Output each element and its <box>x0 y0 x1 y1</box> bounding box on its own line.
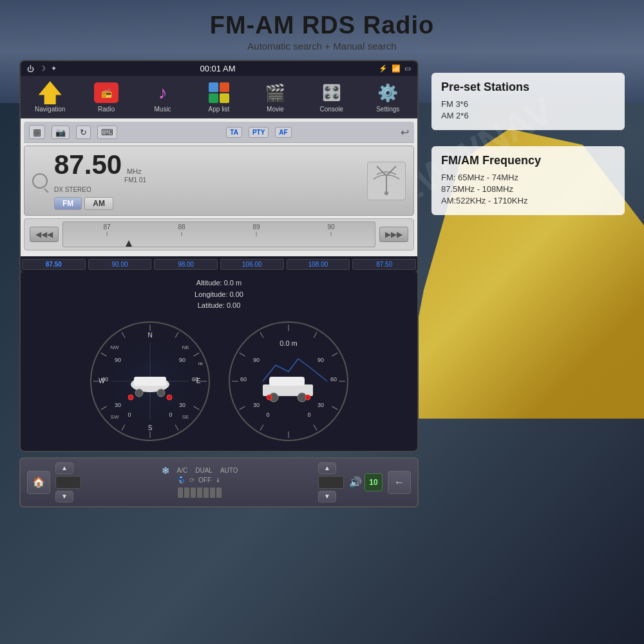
temp-right-up-button[interactable]: ▲ <box>318 462 336 474</box>
vent-6 <box>210 488 215 498</box>
navigation-label: Navigation <box>35 106 65 113</box>
preset-stations-section: Pre-set Stations FM 3*6 AM 2*6 <box>431 73 625 130</box>
app-item-music[interactable]: ♪ Music <box>135 79 191 115</box>
radio-label: Radio <box>98 106 115 113</box>
moon-icon[interactable]: ☽ <box>39 64 46 73</box>
vent-7 <box>216 488 222 498</box>
fm-am-buttons: FM AM <box>54 197 361 210</box>
freq-unit: MHz <box>127 167 146 175</box>
rotate-button[interactable]: ↻ <box>76 126 91 139</box>
right-gauge: 90 90 60 60 30 30 0 0 0.0 m <box>224 317 353 446</box>
temp-down-button[interactable]: ▼ <box>55 491 73 502</box>
settings-icon: ⚙️ <box>377 83 398 103</box>
radio-content: ▦ 📷 ↻ ⌨ TA PTY AF ↩ <box>21 118 417 256</box>
right-gauge-svg: 90 90 60 60 30 30 0 0 0.0 m <box>224 317 353 446</box>
camera-button[interactable]: 📷 <box>52 126 70 139</box>
power-icon[interactable]: ⏻ <box>27 65 34 73</box>
frequency-section: FM/AM Frequency FM: 65MHz - 74MHz 87.5MH… <box>431 146 625 215</box>
movie-label: Movie <box>267 106 284 113</box>
app-item-radio[interactable]: 📻 Radio <box>78 79 134 115</box>
svg-text:m: m <box>198 361 203 366</box>
skip-back-button[interactable]: ◀◀◀ <box>30 227 59 242</box>
svg-line-1 <box>377 166 386 176</box>
preset-5[interactable]: 108.00 <box>287 259 350 270</box>
vent-3 <box>191 488 196 498</box>
home-button[interactable]: 🏠 <box>27 471 50 494</box>
gauges-section: Altitude: 0.0 m Longitude: 0.00 Latitude… <box>19 272 419 452</box>
back-button[interactable]: ↩ <box>401 126 409 138</box>
ta-button[interactable]: TA <box>226 127 242 138</box>
main-layout: ⏻ ☽ ✦ 00:01 AM ⚡ 📶 ▭ <box>19 60 625 507</box>
svg-point-69 <box>267 395 272 400</box>
music-icon: ♪ <box>158 82 167 103</box>
movie-icon: 🎬 <box>265 83 285 103</box>
app-item-console[interactable]: 🎛️ Console <box>303 79 359 115</box>
am-button[interactable]: AM <box>84 197 113 210</box>
wifi-icon: 📶 <box>392 64 401 73</box>
tuner-area: ◀◀◀ 87 88 89 90 ▶▶▶ <box>24 218 414 251</box>
temp-right-down-button[interactable]: ▼ <box>318 491 336 502</box>
vent-4 <box>197 488 202 498</box>
scale-89: 89 <box>252 222 260 236</box>
preset-6[interactable]: 87.50 <box>352 259 416 270</box>
window-icon: ▭ <box>404 64 411 73</box>
freq-meta: MHz FM1 01 <box>124 167 146 184</box>
back-home-button[interactable]: ← <box>388 471 411 494</box>
keyboard-button[interactable]: ⌨ <box>97 126 117 139</box>
svg-point-70 <box>305 395 310 400</box>
svg-text:0: 0 <box>266 412 269 418</box>
af-button[interactable]: AF <box>275 127 291 138</box>
temp-up-button[interactable]: ▲ <box>55 462 73 474</box>
freq-item-2: 87.5MHz - 108MHz <box>441 184 615 194</box>
pty-button[interactable]: PTY <box>249 127 269 138</box>
status-left: ⏻ ☽ ✦ <box>27 64 57 73</box>
svg-point-39 <box>157 389 165 397</box>
frequency-value: 87.50 <box>54 151 122 178</box>
console-icon: 🎛️ <box>322 84 341 102</box>
skip-forward-button[interactable]: ▶▶▶ <box>379 227 408 242</box>
navigation-icon <box>39 81 62 104</box>
fan-icon: ⟳ <box>189 477 194 484</box>
svg-text:30: 30 <box>114 402 120 408</box>
settings-label: Settings <box>376 106 399 113</box>
applist-label: App list <box>209 106 230 113</box>
search-icon <box>32 173 48 189</box>
svg-text:60: 60 <box>191 376 198 383</box>
seat-icon: 💺 <box>178 477 185 484</box>
vent-5 <box>204 488 209 498</box>
svg-text:N: N <box>147 332 152 339</box>
preset-3[interactable]: 98.00 <box>154 259 218 270</box>
title-section: FM-AM RDS Radio Automatic search + Manua… <box>210 0 435 52</box>
device-screen: ⏻ ☽ ✦ 00:01 AM ⚡ 📶 ▭ <box>19 60 419 274</box>
svg-text:60: 60 <box>101 376 108 383</box>
antenna-icon <box>367 162 406 200</box>
movie-icon-wrapper: 🎬 <box>262 81 288 104</box>
latitude-value: Latitude: 0.00 <box>26 300 412 312</box>
app-item-movie[interactable]: 🎬 Movie <box>247 79 303 115</box>
svg-text:0.0 m: 0.0 m <box>279 339 298 347</box>
svg-text:30: 30 <box>178 402 185 408</box>
preset-1[interactable]: 87.50 <box>22 259 86 270</box>
volume-value: 10 <box>365 473 383 491</box>
climate-labels: ❄️ A/C DUAL AUTO <box>162 467 238 474</box>
svg-point-3 <box>384 191 388 195</box>
radio-toolbar: ▦ 📷 ↻ ⌨ TA PTY AF ↩ <box>24 122 414 143</box>
volume-icon: 🔊 <box>349 476 362 488</box>
app-item-applist[interactable]: App list <box>191 79 247 115</box>
app-item-navigation[interactable]: Navigation <box>22 79 78 115</box>
preset-2[interactable]: 90.00 <box>88 259 152 270</box>
svg-text:NE: NE <box>182 345 189 350</box>
app-item-settings[interactable]: ⚙️ Settings <box>360 79 416 115</box>
equalizer-button[interactable]: ▦ <box>29 125 45 139</box>
fm-button[interactable]: FM <box>54 197 82 210</box>
svg-text:SE: SE <box>182 414 189 420</box>
temp-left-controls: ▲ ▼ <box>55 462 81 502</box>
freq-item-3: AM:522KHz - 1710KHz <box>441 196 615 205</box>
svg-text:90: 90 <box>252 357 259 363</box>
music-label: Music <box>154 106 171 113</box>
preset-4[interactable]: 106.00 <box>220 259 284 270</box>
auto-label: AUTO <box>220 467 238 474</box>
temp-left-display <box>55 476 81 489</box>
brightness-icon[interactable]: ✦ <box>51 64 57 73</box>
temp-right-display <box>318 476 344 489</box>
